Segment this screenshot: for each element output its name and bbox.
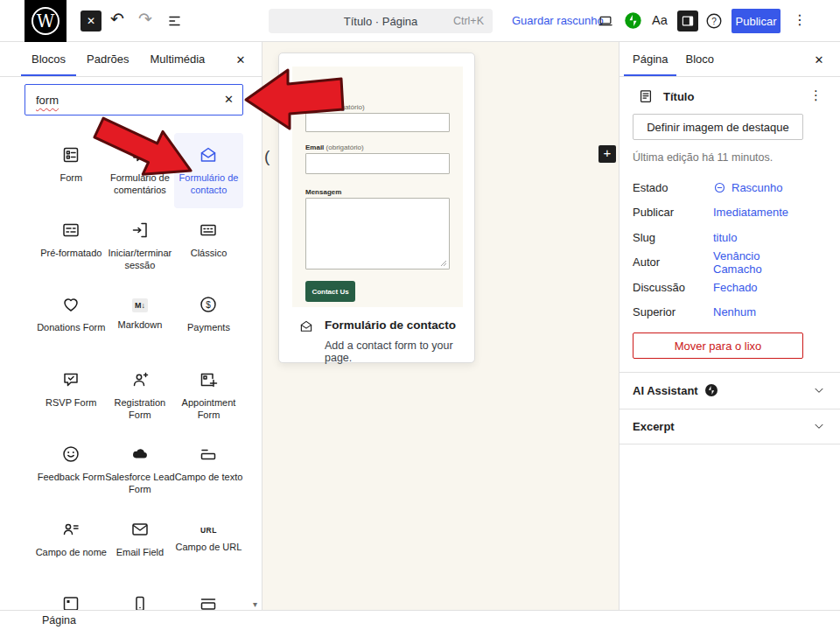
block-item-comments-form[interactable]: Formulário de comentários <box>106 133 175 208</box>
block-item-markdown[interactable]: M↓ Markdown <box>106 283 175 358</box>
sidebar-panel-icon <box>680 13 696 29</box>
block-item-payments[interactable]: $ Payments <box>174 283 243 358</box>
undo-icon[interactable]: ↶ <box>110 9 124 29</box>
block-label: Formulário de comentários <box>104 172 176 197</box>
block-label: Iniciar/terminar sessão <box>104 247 176 272</box>
contact-form-preview: Nome (obrigatório) Email (obrigatório) M… <box>292 66 463 307</box>
block-search-input[interactable]: form ✕ <box>24 84 243 116</box>
scrollbar-down-icon[interactable]: ▾ <box>253 599 257 609</box>
classic-editor-icon <box>198 220 219 241</box>
close-settings-button[interactable]: ✕ <box>805 42 833 77</box>
parent-value-link[interactable]: Nenhum <box>713 305 756 318</box>
field-label: Mensagem <box>305 188 341 196</box>
block-preview-popup: Nome (obrigatório) Email (obrigatório) M… <box>278 52 475 363</box>
draft-status-icon <box>713 181 726 194</box>
block-item-contact-form[interactable]: Formulário de contacto <box>174 133 243 208</box>
block-label: Pré-formatado <box>35 247 107 259</box>
preview-device-icon[interactable] <box>597 12 614 30</box>
jetpack-icon[interactable] <box>624 11 642 30</box>
options-menu-icon[interactable]: ⋮ <box>793 11 807 28</box>
row-slug: Slug titulo <box>633 225 808 250</box>
document-title-bar[interactable]: Título · Página Ctrl+K <box>269 9 493 33</box>
block-item-url-field[interactable]: URL Campo de URL <box>174 508 243 583</box>
slug-value-link[interactable]: titulo <box>713 231 737 244</box>
phone-icon <box>130 593 150 610</box>
tab-multimedia[interactable]: Multimédia <box>139 42 215 76</box>
tab-padroes[interactable]: Padrões <box>76 42 139 76</box>
select-field-icon <box>198 593 219 610</box>
page-summary-rows: Estado Rascunho Publicar Imediatamente S… <box>633 175 808 325</box>
chevron-down-icon <box>812 419 826 433</box>
block-item-preformatted[interactable]: Pré-formatado <box>37 208 106 284</box>
clear-search-icon[interactable]: ✕ <box>224 93 234 106</box>
section-excerpt[interactable]: Excerpt <box>620 409 840 444</box>
author-value-link[interactable]: Venâncio Camacho <box>713 249 808 276</box>
wordpress-block-editor: W ✕ ↶ ↷ Título · Página Ctrl+K Guardar r… <box>0 0 840 630</box>
save-draft-button[interactable]: Guardar rascunho <box>512 14 604 27</box>
rsvp-icon <box>60 369 81 390</box>
redo-icon[interactable]: ↷ <box>138 9 152 29</box>
field-label: Nome (obrigatório) <box>305 103 365 111</box>
block-item-salesforce-lead-form[interactable]: Salesforce Lead Form <box>106 432 175 508</box>
add-block-button[interactable]: + <box>598 145 616 163</box>
preview-block-heading: Formulário de contacto <box>298 318 456 334</box>
block-item-partial-3[interactable] <box>174 582 243 610</box>
field-label: Email (obrigatório) <box>305 144 364 151</box>
settings-panel-toggle-button[interactable] <box>677 10 698 32</box>
close-icon: ✕ <box>236 53 246 66</box>
block-item-rsvp-form[interactable]: RSVP Form <box>37 358 106 433</box>
tab-blocos[interactable]: Blocos <box>21 42 76 76</box>
editor-footer: Página <box>0 610 840 630</box>
block-label: Clássico <box>172 247 244 259</box>
jetpack-ai-icon <box>704 383 718 397</box>
row-status: Estado Rascunho <box>633 175 808 200</box>
block-label: Registration Form <box>104 396 176 422</box>
list-view-icon[interactable] <box>166 12 184 30</box>
name-input-preview <box>305 113 450 132</box>
publish-value-link[interactable]: Imediatamente <box>713 206 788 219</box>
plus-icon: + <box>604 145 612 160</box>
block-item-classic[interactable]: Clássico <box>174 208 243 284</box>
title-options-icon[interactable]: ⋮ <box>809 88 822 103</box>
settings-sidebar: Página Bloco ✕ Título ⋮ Definir imagem d… <box>619 42 840 610</box>
svg-text:$: $ <box>206 300 212 310</box>
block-item-login[interactable]: Iniciar/terminar sessão <box>106 208 175 284</box>
breadcrumb[interactable]: Página <box>42 614 76 626</box>
block-item-partial-2[interactable] <box>106 582 175 610</box>
move-to-trash-button[interactable]: Mover para o lixo <box>633 332 803 359</box>
block-item-form[interactable]: Form <box>37 133 106 208</box>
block-item-partial-1[interactable] <box>37 582 106 610</box>
block-label: RSVP Form <box>35 396 107 409</box>
block-item-registration-form[interactable]: Registration Form <box>106 358 175 433</box>
section-ai-assistant[interactable]: AI Assistant <box>620 372 840 409</box>
wordpress-logo-button[interactable]: W <box>24 0 66 42</box>
status-value-link[interactable]: Rascunho <box>713 181 783 194</box>
wordpress-logo-icon: W <box>32 7 60 35</box>
chevron-down-icon <box>812 383 826 397</box>
publish-button[interactable]: Publicar <box>732 9 780 33</box>
preformatted-icon <box>60 220 81 241</box>
payments-icon: $ <box>198 294 219 315</box>
block-results-grid: Form Formulário de comentários Formulári… <box>37 133 243 610</box>
email-field-icon <box>130 519 150 540</box>
page-icon <box>60 593 81 610</box>
close-inserter-button[interactable]: ✕ <box>227 42 255 77</box>
smiley-icon <box>60 444 81 465</box>
preview-block-description: Add a contact form to your page. <box>325 340 474 364</box>
tab-bloco[interactable]: Bloco <box>676 42 723 76</box>
help-icon[interactable]: ? <box>704 11 724 31</box>
block-item-email-field[interactable]: Email Field <box>106 508 175 583</box>
discussion-value-link[interactable]: Fechado <box>713 281 758 294</box>
block-item-donations-form[interactable]: Donations Form <box>37 283 106 358</box>
block-item-appointment-form[interactable]: Appointment Form <box>174 358 243 433</box>
block-item-text-field[interactable]: Campo de texto <box>174 432 243 508</box>
tab-pagina[interactable]: Página <box>624 42 676 76</box>
typography-icon[interactable]: Aa <box>652 13 668 27</box>
block-item-name-field[interactable]: Campo de nome <box>37 508 106 583</box>
contact-us-button-preview: Contact Us <box>305 281 355 302</box>
close-inserter-toggle-button[interactable]: ✕ <box>80 10 102 32</box>
block-item-feedback-form[interactable]: Feedback Form <box>37 432 106 508</box>
set-featured-image-button[interactable]: Definir imagem de destaque <box>633 114 803 140</box>
url-field-icon: URL <box>200 526 217 535</box>
contact-form-icon <box>198 144 219 165</box>
